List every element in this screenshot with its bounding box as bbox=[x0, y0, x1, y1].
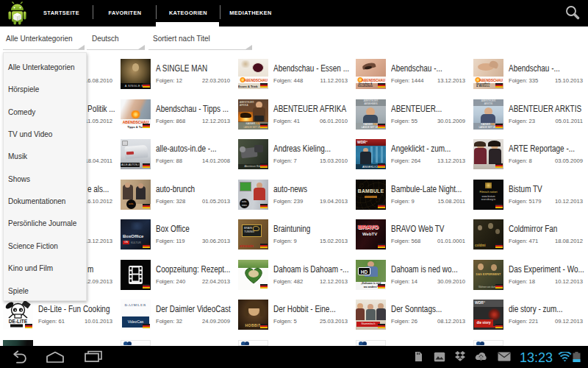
svg-text:DE-LITE: DE-LITE bbox=[9, 319, 28, 324]
